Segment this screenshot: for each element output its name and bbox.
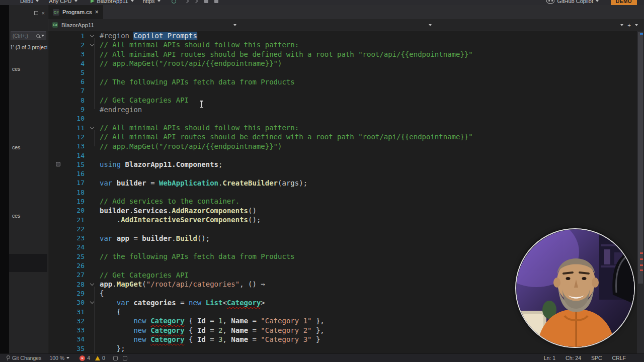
line-number[interactable]: 4: [48, 60, 85, 67]
line-number[interactable]: 34: [48, 335, 85, 343]
line-number[interactable]: 9: [48, 106, 85, 113]
line-number[interactable]: 1: [48, 32, 85, 40]
github-copilot-button[interactable]: GitHub Copilot: [546, 0, 599, 4]
line-number[interactable]: 2: [48, 41, 85, 49]
solution-search-input[interactable]: (Ctrl+;): [11, 31, 46, 40]
line-number[interactable]: 31: [48, 308, 85, 316]
solution-node[interactable]: 1' (3 of 3 project: [10, 44, 47, 50]
close-panel-icon[interactable]: ×: [42, 10, 45, 16]
line-number[interactable]: 10: [48, 115, 85, 122]
column-indicator[interactable]: Ch: 24: [566, 355, 581, 361]
line-indicator[interactable]: Ln: 1: [544, 355, 555, 361]
vertical-scrollbar[interactable]: [637, 31, 644, 353]
git-changes-tab[interactable]: Git Changes: [5, 355, 41, 361]
platform-dropdown[interactable]: Any CPU: [49, 0, 77, 4]
toolbar-misc-icon[interactable]: [214, 0, 218, 3]
stop-icon[interactable]: [204, 0, 208, 3]
code-line[interactable]: 20builder.Services.AddRazorComponents(): [48, 206, 644, 215]
code-line[interactable]: 12// All minimal API routes should be de…: [48, 132, 644, 141]
code-line[interactable]: 21 .AddInteractiveServerComponents();: [48, 215, 644, 224]
code-line[interactable]: 4// app.MapGet("/root/api/{{endpointname…: [48, 59, 644, 68]
fold-chevron-icon[interactable]: [90, 125, 94, 129]
code-line[interactable]: 35 };: [48, 344, 644, 353]
member-dropdown[interactable]: [436, 19, 627, 31]
tree-item[interactable]: ces: [12, 144, 20, 150]
code-line[interactable]: 1#region Copilot Prompts: [48, 31, 644, 40]
indent-indicator[interactable]: SPC: [591, 355, 602, 361]
fold-chevron-icon[interactable]: [90, 281, 94, 285]
line-number[interactable]: 26: [48, 262, 85, 269]
code-line[interactable]: 5: [48, 68, 644, 77]
scrollbar-thumb[interactable]: [638, 32, 643, 284]
debug-config-dropdown[interactable]: Debu: [20, 0, 39, 4]
line-number[interactable]: 23: [48, 234, 85, 242]
code-line[interactable]: 14: [48, 151, 644, 160]
line-number[interactable]: 12: [48, 133, 85, 141]
line-number[interactable]: 27: [48, 271, 85, 279]
tab-program-cs[interactable]: C# Program.cs ×: [48, 5, 103, 19]
line-number[interactable]: 30: [48, 299, 85, 306]
code-line[interactable]: 13// app.MapGet("/root/api/{{endpointnam…: [48, 142, 644, 151]
line-number[interactable]: 19: [48, 198, 85, 205]
status-misc-icon[interactable]: [123, 356, 127, 360]
error-summary[interactable]: × 4: [79, 355, 90, 361]
hot-reload-icon[interactable]: [172, 0, 176, 4]
code-line[interactable]: 19// Add services to the container.: [48, 197, 644, 206]
line-number[interactable]: 17: [48, 179, 85, 187]
code-line[interactable]: 9#endregion: [48, 105, 644, 114]
eol-indicator[interactable]: CRLF: [612, 355, 626, 361]
code-line[interactable]: 16: [48, 169, 644, 178]
code-line[interactable]: 15using BlazorApp11.Components;: [48, 160, 644, 169]
run-button[interactable]: BlazorApp11: [91, 0, 134, 4]
line-number[interactable]: 35: [48, 345, 85, 352]
line-number[interactable]: 5: [48, 69, 85, 76]
line-number[interactable]: 13: [48, 142, 85, 150]
line-number[interactable]: 7: [48, 87, 85, 95]
add-view-icon[interactable]: +: [627, 22, 631, 28]
code-line[interactable]: 3// All minimal API routes should be def…: [48, 50, 644, 59]
line-number[interactable]: 24: [48, 243, 85, 251]
line-number[interactable]: 20: [48, 207, 85, 214]
code-line[interactable]: 17var builder = WebApplication.CreateBui…: [48, 178, 644, 188]
line-number[interactable]: 8: [48, 97, 85, 104]
code-line[interactable]: 11// All minimal APIs should follow this…: [48, 123, 644, 132]
line-number[interactable]: 11: [48, 124, 85, 132]
line-number[interactable]: 3: [48, 50, 85, 58]
line-number[interactable]: 32: [48, 317, 85, 325]
line-number[interactable]: 18: [48, 189, 85, 196]
line-number[interactable]: 25: [48, 253, 85, 260]
demo-button[interactable]: DEMO: [611, 0, 637, 5]
code-line[interactable]: 18: [48, 188, 644, 197]
line-number[interactable]: 6: [48, 78, 85, 85]
fold-chevron-icon[interactable]: [90, 33, 94, 37]
fold-chevron-icon[interactable]: [90, 300, 94, 304]
status-misc-icon[interactable]: [113, 356, 118, 360]
code-line[interactable]: 10: [48, 114, 644, 123]
pin-window-icon[interactable]: [34, 11, 38, 15]
gutter-indicator-icon[interactable]: [56, 162, 60, 166]
line-number[interactable]: 16: [48, 170, 85, 177]
close-tab-icon[interactable]: ×: [95, 9, 99, 15]
tree-item[interactable]: ces: [12, 66, 20, 72]
project-dropdown[interactable]: C# BlazorApp11: [48, 19, 240, 31]
code-line[interactable]: 2// All minimal APIs should follow this …: [48, 40, 644, 49]
type-dropdown[interactable]: [240, 19, 436, 31]
fold-chevron-icon[interactable]: [90, 42, 94, 46]
code-line[interactable]: 6// The following APIs fetch data from P…: [48, 77, 644, 86]
line-number[interactable]: 28: [48, 281, 85, 288]
chevron-down-icon[interactable]: [635, 24, 638, 26]
code-line[interactable]: 8// Get Categories API: [48, 96, 644, 105]
line-number[interactable]: 33: [48, 326, 85, 334]
line-number[interactable]: 14: [48, 152, 85, 159]
line-number[interactable]: 15: [48, 161, 85, 168]
tree-item[interactable]: ces: [12, 213, 20, 219]
warning-summary[interactable]: 0: [95, 355, 105, 361]
zoom-control[interactable]: 100 %: [49, 355, 69, 361]
step-over-icon[interactable]: [193, 0, 197, 3]
tree-selected-row[interactable]: [9, 254, 47, 272]
line-number[interactable]: 22: [48, 225, 85, 233]
line-number[interactable]: 21: [48, 216, 85, 224]
code-line[interactable]: 7: [48, 86, 644, 96]
step-into-icon[interactable]: [184, 0, 188, 3]
line-number[interactable]: 29: [48, 290, 85, 297]
